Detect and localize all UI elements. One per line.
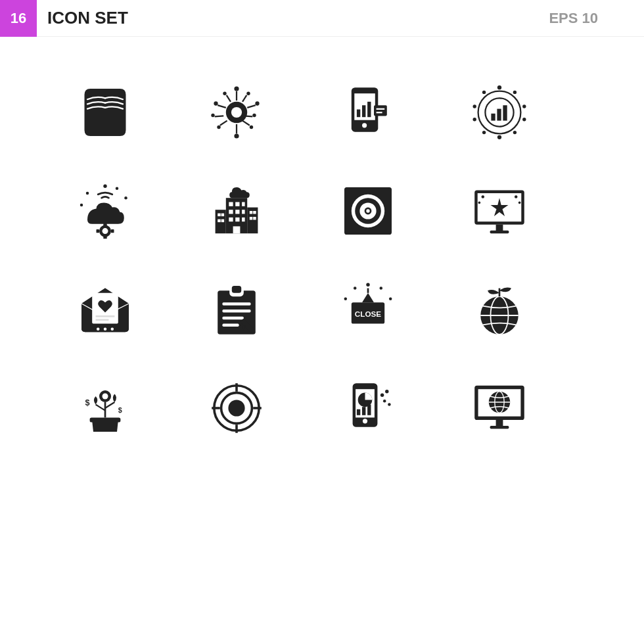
svg-rect-29 xyxy=(377,108,385,110)
svg-point-32 xyxy=(513,91,517,94)
svg-point-48 xyxy=(124,196,127,200)
svg-rect-73 xyxy=(221,219,225,223)
mobile-report-icon-cell xyxy=(302,63,434,162)
svg-point-98 xyxy=(104,327,107,331)
svg-rect-67 xyxy=(233,226,241,233)
svg-rect-77 xyxy=(253,217,256,220)
svg-rect-43 xyxy=(491,114,495,121)
svg-point-146 xyxy=(383,400,386,403)
svg-rect-60 xyxy=(242,202,245,206)
book-icon-cell xyxy=(39,63,171,162)
svg-line-124 xyxy=(96,405,105,411)
svg-point-8 xyxy=(250,126,253,129)
svg-rect-44 xyxy=(497,109,501,121)
svg-point-91 xyxy=(515,195,518,198)
svg-rect-59 xyxy=(235,202,239,206)
svg-point-113 xyxy=(354,287,357,290)
svg-point-143 xyxy=(363,419,367,423)
svg-rect-54 xyxy=(103,236,106,239)
svg-point-147 xyxy=(388,403,391,406)
monitor-star-icon xyxy=(470,181,529,241)
svg-rect-122 xyxy=(90,417,121,422)
svg-rect-95 xyxy=(96,315,115,317)
svg-rect-75 xyxy=(253,211,256,214)
monitor-globe-icon-cell xyxy=(434,359,565,457)
svg-rect-24 xyxy=(357,110,360,118)
svg-rect-66 xyxy=(242,218,245,221)
svg-point-52 xyxy=(103,228,108,234)
svg-line-11 xyxy=(242,95,246,102)
svg-line-125 xyxy=(105,402,114,408)
svg-rect-53 xyxy=(103,223,106,227)
svg-point-7 xyxy=(252,114,256,117)
eco-globe-icon xyxy=(470,280,529,339)
city-building-icon-cell xyxy=(171,162,302,260)
svg-point-33 xyxy=(522,104,526,108)
svg-rect-70 xyxy=(218,214,221,217)
svg-rect-105 xyxy=(222,317,243,320)
book-icon xyxy=(76,83,135,142)
mobile-report-icon xyxy=(338,83,398,142)
clipboard-icon-cell xyxy=(171,260,302,359)
svg-rect-62 xyxy=(235,210,239,214)
svg-point-99 xyxy=(111,327,114,331)
header-eps: EPS 10 xyxy=(549,10,598,27)
svg-point-112 xyxy=(344,298,348,301)
svg-point-97 xyxy=(97,327,100,331)
svg-point-109 xyxy=(366,283,369,287)
monitor-globe-icon xyxy=(470,379,529,438)
target-aim-icon xyxy=(207,379,266,438)
svg-rect-64 xyxy=(229,218,233,221)
svg-rect-102 xyxy=(232,286,241,293)
svg-point-145 xyxy=(385,390,388,393)
cloud-settings-icon xyxy=(76,181,135,241)
svg-rect-68 xyxy=(216,210,226,233)
svg-rect-26 xyxy=(367,102,371,117)
svg-rect-58 xyxy=(229,202,233,206)
svg-point-37 xyxy=(482,131,486,134)
svg-rect-106 xyxy=(222,324,239,327)
target-chart-icon xyxy=(470,83,529,142)
settings-virus-icon-cell xyxy=(171,63,302,162)
mobile-analytics-icon xyxy=(338,379,398,438)
svg-point-132 xyxy=(228,400,244,416)
svg-rect-55 xyxy=(111,229,114,233)
svg-point-90 xyxy=(482,195,485,198)
svg-point-50 xyxy=(80,204,83,207)
svg-text:$: $ xyxy=(85,398,89,407)
svg-point-6 xyxy=(217,126,220,129)
svg-point-84 xyxy=(366,209,369,212)
svg-rect-96 xyxy=(96,319,109,321)
svg-point-38 xyxy=(473,118,476,121)
svg-rect-151 xyxy=(490,426,509,429)
svg-rect-25 xyxy=(362,105,365,117)
record-disc-icon-cell xyxy=(302,162,434,260)
city-building-icon xyxy=(207,181,266,241)
svg-rect-65 xyxy=(235,218,239,221)
cloud-settings-icon-cell xyxy=(39,162,171,260)
svg-point-93 xyxy=(518,202,521,204)
svg-point-0 xyxy=(234,86,239,91)
svg-point-27 xyxy=(362,123,367,127)
svg-point-49 xyxy=(86,192,89,195)
svg-rect-28 xyxy=(374,105,387,116)
close-sign-icon: CLOSE xyxy=(338,280,398,339)
svg-rect-45 xyxy=(503,105,507,120)
svg-point-3 xyxy=(223,92,226,95)
money-flower-icon: $ $ xyxy=(76,379,135,438)
svg-point-111 xyxy=(389,298,392,301)
svg-line-12 xyxy=(247,105,256,108)
monitor-star-icon-cell xyxy=(434,162,565,260)
record-disc-icon xyxy=(338,181,398,241)
svg-rect-56 xyxy=(97,229,100,233)
target-aim-icon-cell xyxy=(171,359,302,457)
svg-line-16 xyxy=(220,121,227,126)
svg-point-47 xyxy=(116,187,119,191)
header-title: ICON SET xyxy=(47,8,549,28)
content-area: CLOSE xyxy=(0,37,644,644)
svg-point-4 xyxy=(214,101,218,105)
svg-point-1 xyxy=(246,92,250,95)
clipboard-icon xyxy=(207,280,266,339)
svg-point-39 xyxy=(473,104,476,108)
svg-line-14 xyxy=(227,95,231,102)
